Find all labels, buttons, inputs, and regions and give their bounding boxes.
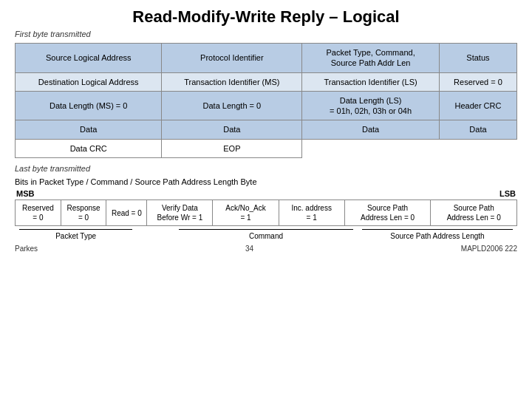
source-path-label: Source Path Address Length bbox=[358, 229, 517, 240]
last-byte-label: Last byte transmitted bbox=[15, 164, 517, 173]
table-row: Data CRC EOP bbox=[16, 139, 517, 157]
cell-header-crc: Header CRC bbox=[439, 91, 516, 120]
cell-packet-type: Packet Type, Command,Source Path Addr Le… bbox=[302, 44, 440, 73]
bit-read: Read = 0 bbox=[106, 200, 147, 226]
cell-data-1: Data bbox=[16, 120, 162, 139]
msb-lsb-row: MSB LSB bbox=[15, 189, 517, 198]
cell-data-length-ls: Data Length (LS)= 01h, 02h, 03h or 04h bbox=[302, 91, 440, 120]
cell-reserved: Reserved = 0 bbox=[439, 72, 516, 91]
cell-dest-logical: Destination Logical Address bbox=[16, 72, 162, 91]
table-row: Data Length (MS) = 0 Data Length = 0 Dat… bbox=[16, 91, 517, 120]
cell-transaction-ls: Transaction Identifier (LS) bbox=[302, 72, 440, 91]
bit-reserved: Reserved= 0 bbox=[16, 200, 61, 226]
bits-table: Reserved= 0 Response= 0 Read = 0 Verify … bbox=[15, 200, 517, 226]
bits-row: Reserved= 0 Response= 0 Read = 0 Verify … bbox=[16, 200, 517, 226]
bit-srcpath1: Source PathAddress Len = 0 bbox=[431, 200, 517, 226]
lsb-label: LSB bbox=[499, 189, 516, 198]
cell-transaction-ms: Transaction Identifier (MS) bbox=[162, 72, 302, 91]
ref-label: MAPLD2006 222 bbox=[461, 245, 517, 253]
cell-data-3: Data bbox=[302, 120, 440, 139]
bit-srcpath0: Source PathAddress Len = 0 bbox=[344, 200, 431, 226]
main-table: Source Logical Address Protocol Identifi… bbox=[15, 43, 517, 158]
first-byte-label: First byte transmitted bbox=[15, 30, 517, 38]
table-row: Source Logical Address Protocol Identifi… bbox=[16, 44, 517, 73]
cell-data-2: Data bbox=[162, 120, 302, 139]
page-number: 34 bbox=[245, 245, 253, 253]
command-label: Command bbox=[174, 229, 358, 240]
table-row: Data Data Data Data bbox=[16, 120, 517, 139]
packet-type-label: Packet Type bbox=[15, 229, 137, 240]
table-row: Destination Logical Address Transaction … bbox=[16, 72, 517, 91]
author-label: Parkes bbox=[15, 245, 38, 253]
cell-source-logical: Source Logical Address bbox=[16, 44, 162, 73]
msb-label: MSB bbox=[16, 189, 34, 198]
cell-eop: EOP bbox=[162, 139, 302, 157]
cell-data-length-ms: Data Length (MS) = 0 bbox=[16, 91, 162, 120]
cell-data-4: Data bbox=[439, 120, 516, 139]
cell-empty-2 bbox=[439, 139, 516, 157]
bit-verify: Verify DataBefore Wr = 1 bbox=[147, 200, 213, 226]
cell-empty-1 bbox=[302, 139, 440, 157]
bit-inc: Inc. address= 1 bbox=[279, 200, 344, 226]
bits-section: Bits in Packet Type / Command / Source P… bbox=[15, 177, 517, 240]
page-title: Read-Modify-Write Reply – Logical bbox=[15, 7, 517, 27]
cell-protocol-id: Protocol Identifier bbox=[162, 44, 302, 73]
cell-data-length-zero: Data Length = 0 bbox=[162, 91, 302, 120]
bit-response: Response= 0 bbox=[61, 200, 106, 226]
bit-ack: Ack/No_Ack= 1 bbox=[213, 200, 279, 226]
cell-status: Status bbox=[439, 44, 516, 73]
bits-section-label: Bits in Packet Type / Command / Source P… bbox=[15, 177, 517, 186]
cell-data-crc: Data CRC bbox=[16, 139, 162, 157]
footer: Parkes 34 MAPLD2006 222 bbox=[15, 245, 517, 253]
